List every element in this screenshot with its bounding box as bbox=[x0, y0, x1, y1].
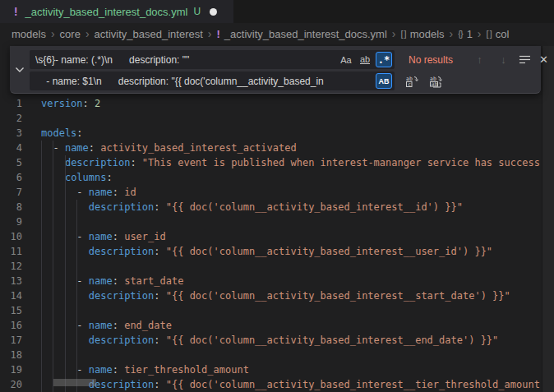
preserve-case-toggle[interactable]: AB bbox=[376, 73, 392, 89]
breadcrumb-item[interactable]: activity_based_interest bbox=[95, 28, 203, 40]
indent-guide bbox=[65, 155, 66, 392]
previous-match-button[interactable]: ↑ bbox=[470, 50, 489, 69]
code-line: models: bbox=[41, 126, 554, 141]
breadcrumb-separator-icon: › bbox=[84, 27, 91, 40]
code-line-row[interactable]: 17 description: "{{ doc('column__activit… bbox=[0, 333, 554, 348]
breadcrumb-separator-icon: › bbox=[206, 27, 214, 40]
code-line: columns: bbox=[41, 170, 554, 185]
code-line-row[interactable]: 12 bbox=[0, 259, 554, 274]
tab-title: _activity_based_interest_docs.yml bbox=[25, 6, 187, 18]
breadcrumb: models›core›activity_based_interest›!_ac… bbox=[0, 23, 554, 44]
find-replace-widget: \s{6}- name: (.*)\n description: "" Aa a… bbox=[10, 46, 541, 94]
breadcrumb-item[interactable]: [ ]models bbox=[401, 28, 445, 40]
replace-button[interactable]: ab c bbox=[402, 71, 421, 90]
indent-guide bbox=[41, 141, 42, 392]
code-line: description: "{{ doc('column__activity_b… bbox=[41, 288, 554, 303]
code-line: - name: id bbox=[41, 185, 554, 200]
breadcrumb-item[interactable]: models bbox=[12, 28, 46, 40]
line-number: 20 bbox=[0, 377, 22, 392]
code-line-row[interactable]: 6 columns: bbox=[0, 170, 554, 185]
line-number: 12 bbox=[0, 259, 22, 274]
find-results-status: No results bbox=[400, 50, 453, 69]
code-line-row[interactable]: 19 - name: tier_threshold_amount bbox=[0, 362, 554, 377]
code-line-row[interactable]: 3models: bbox=[0, 126, 554, 141]
code-line-row[interactable]: 16 - name: end_date bbox=[0, 318, 554, 333]
code-line: - name: user_id bbox=[41, 229, 554, 244]
breadcrumb-item-label: models bbox=[12, 28, 46, 40]
next-match-button[interactable]: ↓ bbox=[494, 50, 513, 69]
find-input[interactable]: \s{6}- name: (.*)\n description: "" Aa a… bbox=[30, 50, 395, 69]
git-status-badge: U bbox=[193, 6, 201, 17]
code-line: - name: tier_threshold_amount bbox=[41, 362, 554, 377]
code-line-row[interactable]: 18 bbox=[0, 348, 554, 362]
line-number: 7 bbox=[0, 185, 22, 200]
code-line-row[interactable]: 11 description: "{{ doc('column__activit… bbox=[0, 244, 554, 259]
symbol-array-icon: [ ] bbox=[487, 29, 492, 39]
breadcrumb-item-label: 1 bbox=[467, 28, 473, 40]
code-line bbox=[41, 303, 554, 318]
code-line-row[interactable]: 13 - name: start_date bbox=[0, 274, 554, 288]
toggle-replace-chevron-icon[interactable] bbox=[10, 46, 30, 93]
line-number: 2 bbox=[0, 111, 22, 126]
breadcrumb-item[interactable]: {}1 bbox=[458, 28, 473, 40]
code-line bbox=[41, 111, 554, 126]
code-line: version: 2 bbox=[41, 96, 554, 111]
code-line: description: "{{ doc('column__activity_b… bbox=[41, 244, 554, 259]
code-line-row[interactable]: 7 - name: id bbox=[0, 185, 554, 200]
line-number: 14 bbox=[0, 288, 22, 303]
line-number: 13 bbox=[0, 274, 22, 288]
tab-bar: ! _activity_based_interest_docs.yml U bbox=[0, 0, 554, 23]
replace-input[interactable]: - name: $1\n description: "{{ doc('colum… bbox=[30, 71, 395, 90]
line-number: 5 bbox=[0, 155, 22, 170]
breadcrumb-item[interactable]: [ ]col bbox=[487, 28, 510, 40]
line-number: 9 bbox=[0, 214, 22, 229]
yaml-icon: ! bbox=[216, 28, 219, 40]
regex-toggle[interactable]: .* bbox=[376, 52, 392, 67]
breadcrumb-item[interactable]: !_activity_based_interest_docs.yml bbox=[216, 28, 386, 40]
breadcrumb-separator-icon: › bbox=[448, 27, 455, 40]
replace-value-text: - name: $1\n description: "{{ doc('colum… bbox=[35, 76, 376, 87]
breadcrumb-separator-icon: › bbox=[390, 27, 398, 40]
match-case-toggle[interactable]: Aa bbox=[338, 52, 354, 67]
breadcrumb-item-label: activity_based_interest bbox=[95, 28, 203, 40]
breadcrumb-item-label: col bbox=[496, 28, 510, 40]
code-line-row[interactable]: 2 bbox=[0, 111, 554, 126]
modified-dot-icon[interactable] bbox=[210, 8, 217, 16]
code-line: - name: end_date bbox=[41, 318, 554, 333]
code-line: description: "{{ doc('column__activity_b… bbox=[41, 333, 554, 348]
code-line-row[interactable]: 10 - name: user_id bbox=[0, 229, 554, 244]
code-line-row[interactable]: 9 bbox=[0, 214, 554, 229]
line-number: 16 bbox=[0, 318, 22, 333]
breadcrumb-separator-icon: › bbox=[49, 27, 57, 40]
line-number: 17 bbox=[0, 333, 22, 348]
line-number: 11 bbox=[0, 244, 22, 259]
whole-word-label: ab bbox=[360, 55, 370, 64]
replace-all-button[interactable]: ab ab bbox=[426, 71, 445, 90]
close-find-widget-button[interactable]: ✕ bbox=[534, 50, 553, 69]
code-line-row[interactable]: 1version: 2 bbox=[0, 96, 554, 111]
line-number: 18 bbox=[0, 348, 22, 362]
code-line-row[interactable]: 14 description: "{{ doc('column__activit… bbox=[0, 288, 554, 303]
line-number: 15 bbox=[0, 303, 22, 318]
editor-code-area[interactable]: 1version: 223models:4 - name: activity_b… bbox=[0, 96, 554, 392]
line-number: 6 bbox=[0, 170, 22, 185]
line-number: 3 bbox=[0, 126, 22, 141]
horizontal-scrollbar-thumb[interactable] bbox=[53, 379, 96, 386]
code-line-row[interactable]: 15 bbox=[0, 303, 554, 318]
code-line bbox=[41, 259, 554, 274]
code-line: - name: start_date bbox=[41, 274, 554, 288]
vertical-scrollbar-track[interactable] bbox=[542, 46, 554, 392]
svg-text:ab: ab bbox=[431, 81, 437, 86]
line-number: 10 bbox=[0, 229, 22, 244]
whole-word-toggle[interactable]: ab bbox=[357, 52, 373, 67]
breadcrumb-item-label: _activity_based_interest_docs.yml bbox=[224, 28, 387, 40]
breadcrumb-item[interactable]: core bbox=[60, 28, 81, 40]
line-number: 1 bbox=[0, 96, 22, 111]
symbol-object-icon: {} bbox=[458, 29, 462, 39]
find-in-selection-button[interactable] bbox=[515, 50, 534, 69]
code-line-row[interactable]: 5 description: "This event is published … bbox=[0, 155, 554, 170]
code-line-row[interactable]: 8 description: "{{ doc('column__activity… bbox=[0, 200, 554, 214]
code-line-row[interactable]: 4 - name: activity_based_interest_activa… bbox=[0, 141, 554, 155]
tab-active-file[interactable]: ! _activity_based_interest_docs.yml U bbox=[0, 0, 233, 23]
code-line: - name: activity_based_interest_activate… bbox=[41, 141, 554, 155]
